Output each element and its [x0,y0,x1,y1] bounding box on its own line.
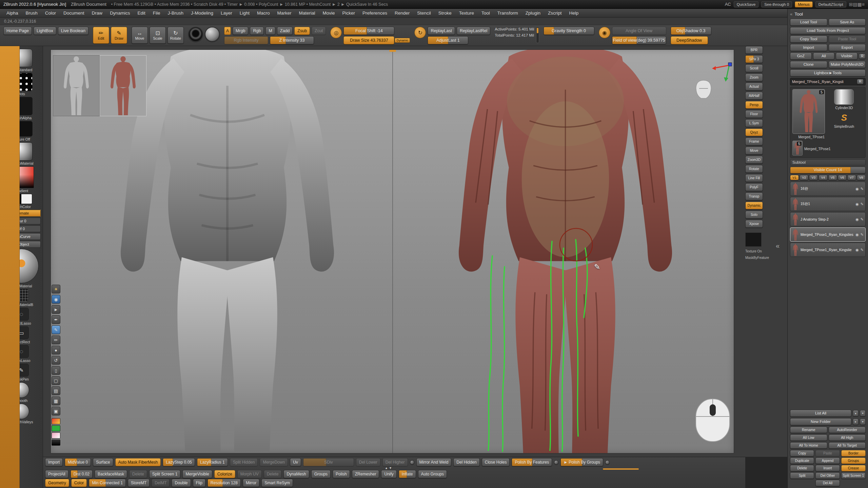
copy-tool-button[interactable]: Copy Tool [790,36,827,43]
bottom-shelf-button[interactable]: Unify [381,470,396,478]
qxyz-button[interactable]: Qxyz [745,128,763,136]
menu-item[interactable]: Tool [478,9,494,17]
rotate3d-button[interactable]: Rotate [745,165,763,173]
bottom-shelf-button[interactable]: Min Connected 1 [89,479,126,487]
rf-slider[interactable]: Rf 0 [2,225,41,232]
stroke-alpha-preview[interactable] [188,27,203,42]
load-tools-from-project-button[interactable]: Load Tools From Project [790,27,866,34]
menu-item[interactable]: Help [566,9,583,17]
bottom-shelf-button[interactable]: LazyRadius 1 [197,458,228,466]
camera-icon[interactable]: ◉ [599,27,610,38]
bottom-shelf-button[interactable]: Morph UV [237,470,262,478]
spix-slider[interactable]: SPix 3 [745,55,763,63]
tool-panel-button[interactable]: Split Screen 1 [841,472,866,479]
toggle-dot[interactable] [554,460,558,465]
recent-tool-thumbnail[interactable]: 5 [792,141,803,156]
bottom-shelf-button[interactable]: Del Higher [382,458,408,466]
tool-panel-button[interactable]: Append [815,458,840,464]
move-up-icon[interactable]: ▴ [853,410,859,416]
mask-by-feature-label[interactable]: MaskByFeature [745,256,763,260]
menu-item[interactable]: Brush [22,9,41,17]
menu-item[interactable]: Draw [88,9,106,17]
lightbox-button[interactable]: LightBox [34,27,56,35]
move-button[interactable]: ↔Move [132,27,148,44]
bottom-shelf-button[interactable]: Import [45,458,63,466]
bottom-shelf-button[interactable]: ► Polish By Groups [560,458,603,466]
rgb-intensity-slider[interactable]: Rgb Intensity [224,36,268,44]
camera-head-icon[interactable] [694,79,713,100]
note-icon[interactable]: ▢ [52,376,60,385]
bottom-shelf-button[interactable]: Resolution 128 [208,479,241,487]
toggle-dot[interactable] [410,460,414,465]
import-button[interactable]: Import [790,44,827,51]
menu-item[interactable]: Color [41,9,60,17]
scale-button[interactable]: ⊡Scale [150,27,166,44]
bottom-shelf-button[interactable]: Geometry [45,479,69,487]
bottom-shelf-button[interactable]: Colorize [214,470,235,478]
quicksave-button[interactable]: QuickSave [734,1,759,7]
linefill-button[interactable]: Line Fill [745,174,763,182]
panels-icon[interactable]: ▦ [857,2,862,7]
bottom-shelf-button[interactable]: Del Hidden [453,458,479,466]
swatch-red-yellow[interactable] [52,418,60,424]
m-button[interactable]: M [265,27,275,35]
subtool-page-tab[interactable]: V5 [828,175,837,180]
preview-gray-model[interactable] [53,55,100,116]
menu-item[interactable]: Layer [217,9,236,17]
points-vertical-slider[interactable] [536,27,539,43]
mini-slider[interactable] [603,468,639,470]
see-through-slider[interactable]: See-through 0 [761,1,792,7]
brush-icon[interactable]: ✎ [52,325,60,334]
texture-on-label[interactable]: Texture On [745,249,763,253]
menu-item[interactable]: Texture [455,9,478,17]
menu-item[interactable]: Marker [274,9,295,17]
menu-item[interactable]: File [149,9,164,17]
menus-button[interactable]: Menus [795,1,813,7]
preview-muscle-model[interactable] [100,55,146,116]
bottom-shelf-button[interactable]: MergeVisible [182,470,212,478]
tool-panel-button[interactable]: Del Other [815,472,840,479]
edit-pencil-icon[interactable]: ✎ [861,187,864,191]
subtool-item[interactable]: Merged_TPose1_Ryan_Kingslie ◉ ✎ [790,243,866,257]
menu-item[interactable]: Light [236,9,253,17]
bottom-shelf-button[interactable]: Polish By Features [512,458,552,466]
collapse-icon[interactable]: « [790,12,792,17]
bottom-shelf-button[interactable]: Del Lower [356,458,380,466]
tool-panel-button[interactable]: All To Target [829,442,866,449]
zadd-button[interactable]: Zadd [277,27,293,35]
actual-button[interactable]: Actual [745,83,763,90]
replay-last-rel-button[interactable]: ReplayLastRel [457,27,490,35]
folder-expand-icon[interactable]: ▾ [860,419,866,425]
subtool-item[interactable]: 16완 ◉ ✎ [790,182,866,196]
tool-panel-button[interactable]: Del All [815,480,840,486]
folder-collapse-icon[interactable]: ▸ [853,419,859,425]
split-divider-handle[interactable] [389,50,396,52]
subtool-item[interactable]: Merged_TPose1_Ryan_Kingslies ◉ ✎ [790,227,866,242]
tool-panel-button[interactable]: Crease [841,465,866,471]
swatch-pink[interactable] [52,432,60,439]
bottom-shelf-button[interactable]: DelMT [152,479,170,487]
tool-r-button[interactable]: R [857,79,864,84]
active-tool-thumbnail[interactable]: 5 [792,89,825,134]
subtool-item[interactable]: 15완1 ◉ ✎ [790,197,866,211]
mrgb-button[interactable]: Mrgb [233,27,248,35]
bottom-shelf-button[interactable]: Inflate [399,470,416,478]
edit-pencil-icon[interactable]: ✎ [861,232,864,237]
subtool-item[interactable]: J Anatomy Step-2 ◉ ✎ [790,212,866,226]
axis-gizmo[interactable] [711,60,733,84]
adjust-last-slider[interactable]: AdjustLast 1 [428,36,468,44]
undo-icon[interactable]: ↺ [52,356,60,365]
menu-item[interactable]: Edit [134,9,149,17]
tool-panel-button[interactable]: Groups [841,458,866,464]
frame-icon[interactable]: ▦ [52,396,60,405]
subtool-page-tab[interactable]: V7 [847,175,856,180]
bottom-shelf-button[interactable]: Color [71,479,87,487]
home-page-button[interactable]: Home Page [3,27,32,35]
menu-item[interactable]: Transform [494,9,522,17]
bottom-shelf-button[interactable]: MidValue 0 [65,458,91,466]
swatch-black[interactable] [52,440,60,446]
cylinder3d-thumbnail[interactable] [834,89,854,105]
menu-item[interactable]: Zscript [544,9,566,17]
new-folder-button[interactable]: New Folder [790,418,851,425]
bottom-shelf-button[interactable]: Double [172,479,191,487]
